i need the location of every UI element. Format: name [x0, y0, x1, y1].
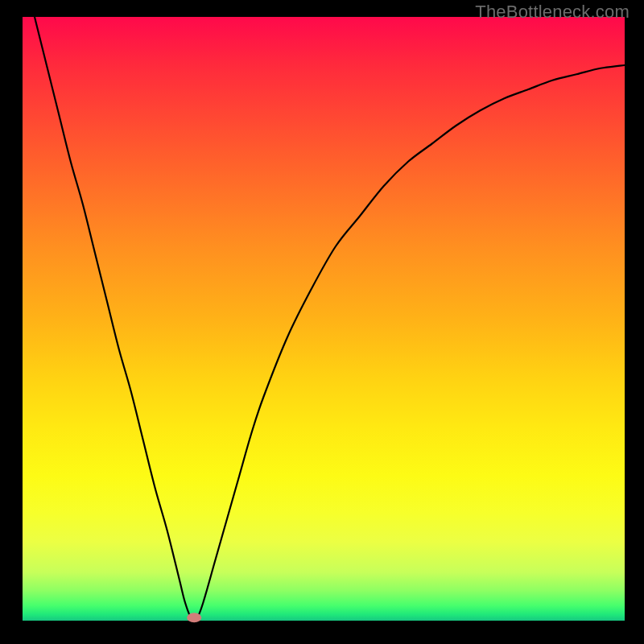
- chart-frame: TheBottleneck.com: [0, 0, 644, 644]
- bottleneck-curve: [35, 17, 625, 620]
- watermark-text: TheBottleneck.com: [475, 2, 630, 23]
- chart-svg: [23, 17, 625, 621]
- minimum-marker: [187, 613, 201, 622]
